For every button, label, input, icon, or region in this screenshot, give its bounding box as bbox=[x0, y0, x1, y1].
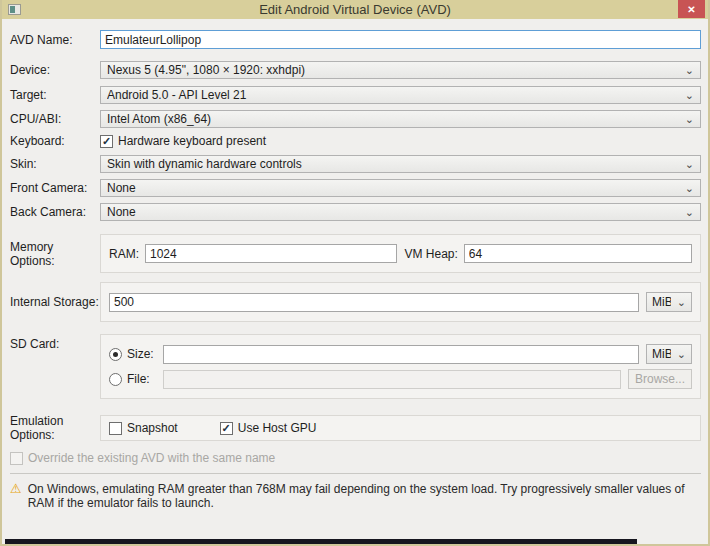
sd-size-radio[interactable] bbox=[109, 348, 122, 361]
vm-heap-label: VM Heap: bbox=[405, 247, 458, 261]
device-dropdown-value: Nexus 5 (4.95", 1080 × 1920: xxhdpi) bbox=[107, 63, 679, 77]
emulation-options-group: Snapshot ✓ Use Host GPU bbox=[100, 415, 701, 441]
hardware-keyboard-checkbox[interactable]: ✓ bbox=[100, 135, 113, 148]
warning-icon: ⚠ bbox=[10, 482, 22, 496]
sd-card-label: SD Card: bbox=[10, 334, 100, 351]
warning-row: ⚠ On Windows, emulating RAM greater than… bbox=[10, 482, 701, 510]
dialog-content: AVD Name: Device: Nexus 5 (4.95", 1080 ×… bbox=[2, 19, 708, 546]
sd-file-input bbox=[163, 370, 621, 389]
back-camera-label: Back Camera: bbox=[10, 205, 100, 219]
sd-file-radio-label[interactable]: File: bbox=[127, 372, 163, 386]
front-camera-dropdown-value: None bbox=[107, 181, 679, 195]
sd-size-unit-dropdown[interactable]: MiB ⌄ bbox=[646, 344, 692, 364]
device-label: Device: bbox=[10, 63, 100, 77]
browse-button: Browse... bbox=[628, 369, 692, 389]
snapshot-checkbox-label[interactable]: Snapshot bbox=[127, 421, 178, 435]
cpu-abi-dropdown[interactable]: Intel Atom (x86_64) ⌄ bbox=[100, 110, 701, 128]
front-camera-dropdown[interactable]: None ⌄ bbox=[100, 179, 701, 197]
ram-label: RAM: bbox=[109, 247, 139, 261]
field-row-back-camera: Back Camera: None ⌄ bbox=[10, 203, 701, 221]
emulation-options-label: Emulation Options: bbox=[10, 414, 100, 442]
target-label: Target: bbox=[10, 88, 100, 102]
field-row-skin: Skin: Skin with dynamic hardware control… bbox=[10, 155, 701, 173]
use-host-gpu-checkbox[interactable]: ✓ bbox=[220, 422, 233, 435]
override-checkbox bbox=[10, 452, 23, 465]
front-camera-label: Front Camera: bbox=[10, 181, 100, 195]
internal-storage-unit-dropdown[interactable]: MiB ⌄ bbox=[646, 292, 692, 312]
sd-size-radio-label[interactable]: Size: bbox=[127, 347, 163, 361]
keyboard-label: Keyboard: bbox=[10, 134, 100, 148]
check-icon: ✓ bbox=[222, 423, 231, 434]
field-row-front-camera: Front Camera: None ⌄ bbox=[10, 179, 701, 197]
skin-dropdown-value: Skin with dynamic hardware controls bbox=[107, 157, 679, 171]
close-icon: ✕ bbox=[687, 4, 695, 15]
cpu-abi-label: CPU/ABI: bbox=[10, 112, 100, 126]
memory-options-label: Memory Options: bbox=[10, 240, 100, 268]
override-checkbox-label: Override the existing AVD with the same … bbox=[28, 451, 275, 465]
chevron-down-icon: ⌄ bbox=[685, 159, 694, 169]
sd-file-radio[interactable] bbox=[109, 373, 122, 386]
avd-edit-dialog: Edit Android Virtual Device (AVD) ✕ AVD … bbox=[0, 0, 710, 546]
field-row-emulation-options: Emulation Options: Snapshot ✓ Use Host G… bbox=[10, 414, 701, 442]
radio-dot-icon bbox=[113, 352, 118, 357]
skin-dropdown[interactable]: Skin with dynamic hardware controls ⌄ bbox=[100, 155, 701, 173]
internal-storage-input[interactable] bbox=[109, 293, 639, 312]
field-row-cpu-abi: CPU/ABI: Intel Atom (x86_64) ⌄ bbox=[10, 110, 701, 128]
check-icon: ✓ bbox=[102, 136, 111, 147]
skin-label: Skin: bbox=[10, 157, 100, 171]
sd-card-group: Size: MiB ⌄ File: Browse... bbox=[100, 334, 701, 399]
bottom-strip bbox=[5, 539, 637, 544]
field-row-memory-options: Memory Options: RAM: VM Heap: bbox=[10, 234, 701, 273]
internal-storage-unit-value: MiB bbox=[652, 295, 671, 309]
target-dropdown-value: Android 5.0 - API Level 21 bbox=[107, 88, 679, 102]
chevron-down-icon: ⌄ bbox=[685, 207, 694, 217]
ram-input[interactable] bbox=[145, 244, 397, 263]
vm-heap-input[interactable] bbox=[464, 244, 692, 263]
window-titlebar: Edit Android Virtual Device (AVD) ✕ bbox=[2, 0, 708, 19]
field-row-target: Target: Android 5.0 - API Level 21 ⌄ bbox=[10, 86, 701, 104]
sd-size-input[interactable] bbox=[163, 345, 639, 364]
chevron-down-icon: ⌄ bbox=[685, 183, 694, 193]
window-title: Edit Android Virtual Device (AVD) bbox=[2, 2, 708, 17]
field-row-sd-card: SD Card: Size: MiB ⌄ File: Browse... bbox=[10, 334, 701, 399]
override-row: Override the existing AVD with the same … bbox=[10, 451, 701, 465]
field-row-keyboard: Keyboard: ✓ Hardware keyboard present bbox=[10, 134, 701, 148]
memory-options-group: RAM: VM Heap: bbox=[100, 234, 701, 273]
sd-size-unit-value: MiB bbox=[652, 347, 671, 361]
back-camera-dropdown[interactable]: None ⌄ bbox=[100, 203, 701, 221]
hardware-keyboard-checkbox-label[interactable]: Hardware keyboard present bbox=[118, 134, 266, 148]
field-row-device: Device: Nexus 5 (4.95", 1080 × 1920: xxh… bbox=[10, 61, 701, 79]
separator bbox=[10, 473, 701, 474]
use-host-gpu-checkbox-label[interactable]: Use Host GPU bbox=[238, 421, 317, 435]
field-row-avd-name: AVD Name: bbox=[10, 30, 701, 49]
warning-text: On Windows, emulating RAM greater than 7… bbox=[28, 482, 701, 510]
chevron-down-icon: ⌄ bbox=[677, 297, 686, 307]
chevron-down-icon: ⌄ bbox=[685, 114, 694, 124]
chevron-down-icon: ⌄ bbox=[685, 90, 694, 100]
snapshot-checkbox[interactable] bbox=[109, 422, 122, 435]
close-button[interactable]: ✕ bbox=[678, 0, 705, 18]
field-row-internal-storage: Internal Storage: MiB ⌄ bbox=[10, 282, 701, 322]
back-camera-dropdown-value: None bbox=[107, 205, 679, 219]
avd-name-label: AVD Name: bbox=[10, 33, 100, 47]
device-dropdown[interactable]: Nexus 5 (4.95", 1080 × 1920: xxhdpi) ⌄ bbox=[100, 61, 701, 79]
cpu-abi-dropdown-value: Intel Atom (x86_64) bbox=[107, 112, 679, 126]
chevron-down-icon: ⌄ bbox=[677, 349, 686, 359]
chevron-down-icon: ⌄ bbox=[685, 65, 694, 75]
internal-storage-label: Internal Storage: bbox=[10, 295, 100, 309]
target-dropdown[interactable]: Android 5.0 - API Level 21 ⌄ bbox=[100, 86, 701, 104]
internal-storage-group: MiB ⌄ bbox=[100, 282, 701, 322]
avd-name-input[interactable] bbox=[100, 30, 701, 49]
